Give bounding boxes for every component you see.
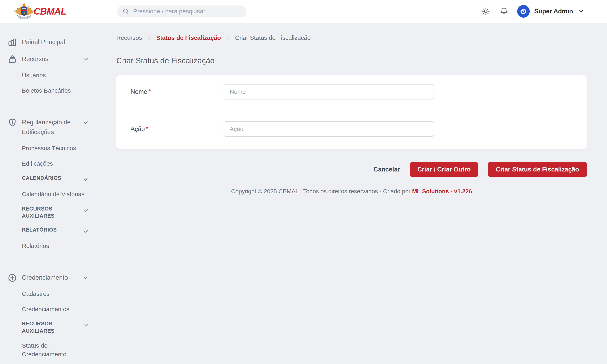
chevron-right-icon: [146, 35, 152, 41]
shield-alert-icon: [8, 118, 17, 127]
sidebar-sub-relatorios[interactable]: Relatórios: [8, 238, 89, 254]
page-title: Criar Status de Fiscalização: [116, 56, 587, 65]
breadcrumb-item-recursos[interactable]: Recursos: [116, 34, 142, 41]
chevron-down-icon: [82, 207, 89, 214]
theme-toggle-button[interactable]: [481, 6, 491, 16]
avatar: [517, 5, 530, 18]
sidebar-section-relatorios[interactable]: RELATÓRIOS: [8, 223, 89, 238]
sidebar-label: Usuários: [22, 71, 89, 80]
chevron-down-icon: [578, 8, 584, 15]
sidebar-label: Recursos: [22, 54, 76, 64]
sidebar-sub-edificacoes[interactable]: Edificações: [8, 156, 89, 171]
breadcrumb-item-status-de-fiscalizacao[interactable]: Status de Fiscalização: [156, 34, 221, 41]
required-asterisk: *: [146, 125, 148, 132]
form-actions: Cancelar Criar / Criar Outro Criar Statu…: [116, 162, 587, 177]
header-actions: Super Admin: [481, 5, 584, 18]
chevron-down-icon: [82, 322, 89, 329]
chevron-down-icon: [82, 119, 89, 126]
sidebar-sub-cadastros[interactable]: Cadastros: [8, 286, 89, 301]
sidebar-label: RECURSOS AUXILIARES: [22, 205, 80, 220]
footer-brand-link[interactable]: ML Solutions - v1.226: [412, 188, 472, 195]
sidebar-section-calendarios[interactable]: CALENDÁRIOS: [8, 171, 89, 186]
sidebar-label: RELATÓRIOS: [22, 226, 80, 233]
chevron-down-icon: [82, 228, 89, 235]
sidebar-label: Credenciamento: [22, 273, 76, 283]
top-bar: CBMAL: [0, 0, 607, 23]
bar-chart-icon: [8, 38, 17, 47]
sidebar-label: Calendário de Vistorias: [22, 190, 89, 199]
copyright-text: Copyright © 2025 CBMAL | Todos os direit…: [231, 188, 412, 195]
sidebar-sub-tipos-de-documentos[interactable]: Tipos de Documentos: [8, 362, 89, 364]
create-button[interactable]: Criar Status de Fiscalização: [488, 162, 587, 177]
cbmal-emblem-icon: [13, 2, 35, 21]
create-and-create-another-button[interactable]: Criar / Criar Outro: [410, 162, 478, 177]
footer: Copyright © 2025 CBMAL | Todos os direit…: [116, 188, 587, 195]
sidebar-label: Credenciamentos: [22, 305, 89, 314]
user-menu[interactable]: Super Admin: [517, 5, 584, 18]
sidebar-label: Relatórios: [22, 241, 89, 250]
sidebar-sub-usuarios[interactable]: Usuários: [8, 67, 89, 83]
chevron-down-icon: [82, 176, 89, 183]
cancel-button[interactable]: Cancelar: [373, 166, 400, 173]
notifications-button[interactable]: [499, 6, 509, 16]
sidebar-label: Edificações: [22, 159, 89, 168]
sidebar-label: Regularização de Edificações: [22, 117, 76, 137]
sidebar: Painel PrincipalRecursosUsuáriosBoletos …: [0, 23, 95, 364]
bell-icon: [500, 7, 508, 15]
main-content: Recursos Status de Fiscalização Criar St…: [95, 23, 607, 364]
sidebar-item-credenciamento[interactable]: Credenciamento: [8, 269, 89, 286]
acao-field[interactable]: [224, 121, 434, 137]
form-card: Nome* Ação*: [116, 75, 587, 149]
user-name: Super Admin: [534, 8, 573, 15]
nome-field[interactable]: [224, 84, 434, 100]
sidebar-label: Painel Principal: [22, 37, 89, 47]
sidebar-label: Processos Técnicos: [22, 144, 89, 153]
field-row-acao: Ação*: [131, 121, 573, 137]
chevron-down-icon: [82, 274, 89, 281]
logo-wordmark: CBMAL: [34, 6, 66, 17]
breadcrumb-item-current: Criar Status de Fiscalização: [235, 34, 311, 41]
sidebar-item-regularizacao-de-edificacoes[interactable]: Regularização de Edificações: [8, 114, 89, 141]
sidebar-sub-boletos-bancarios[interactable]: Boletos Bancários: [8, 83, 89, 98]
nome-label: Nome*: [131, 88, 224, 95]
sidebar-sub-credenciamentos[interactable]: Credenciamentos: [8, 301, 89, 317]
sidebar-label: CALENDÁRIOS: [22, 174, 80, 182]
search-input[interactable]: [133, 8, 241, 15]
sidebar-sub-processos-tecnicos[interactable]: Processos Técnicos: [8, 141, 89, 156]
sidebar-item-recursos[interactable]: Recursos: [8, 51, 89, 67]
sidebar-label: Status de Credenciamento: [22, 341, 89, 359]
sidebar-item-painel-principal[interactable]: Painel Principal: [8, 34, 89, 51]
sidebar-label: RECURSOS AUXILIARES: [22, 320, 80, 334]
sidebar-sub-status-de-credenciamento[interactable]: Status de Credenciamento: [8, 338, 89, 362]
sun-icon: [482, 7, 490, 15]
archive-box-icon: [8, 55, 17, 64]
app-logo[interactable]: CBMAL: [13, 2, 66, 21]
required-asterisk: *: [148, 88, 151, 95]
chevron-down-icon: [82, 56, 89, 63]
global-search[interactable]: [117, 5, 246, 17]
acao-label: Ação*: [131, 125, 224, 133]
chevron-right-icon: [225, 35, 231, 41]
plus-circle-icon: [8, 273, 17, 283]
sidebar-section-recursos-auxiliares[interactable]: RECURSOS AUXILIARES: [8, 317, 89, 338]
sidebar-sub-calendario-de-vistorias[interactable]: Calendário de Vistorias: [8, 186, 89, 202]
sidebar-label: Boletos Bancários: [22, 86, 89, 95]
sidebar-section-recursos-auxiliares[interactable]: RECURSOS AUXILIARES: [8, 202, 89, 223]
field-row-nome: Nome*: [131, 84, 573, 100]
breadcrumb: Recursos Status de Fiscalização Criar St…: [116, 34, 587, 41]
power-icon: [519, 7, 528, 15]
search-icon: [122, 8, 129, 15]
sidebar-label: Cadastros: [22, 289, 89, 298]
